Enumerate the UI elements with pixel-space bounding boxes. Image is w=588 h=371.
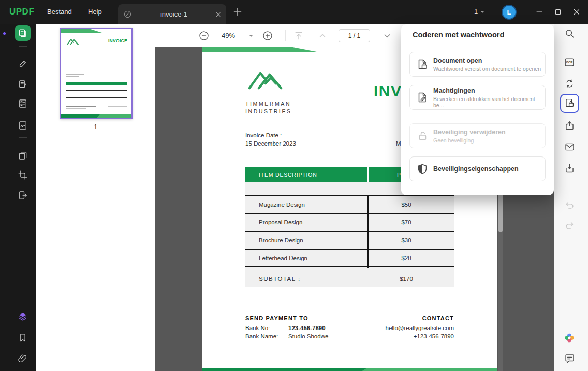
bank-no-label: Bank No:: [245, 325, 270, 331]
contact-email: hello@reallygreatsite.com: [386, 325, 454, 331]
ai-assistant-icon[interactable]: [561, 330, 578, 346]
sidebar-item-signature[interactable]: [14, 117, 31, 134]
tab-close-icon[interactable]: [216, 12, 221, 17]
mini-text-line: [108, 106, 127, 107]
popup-item-permissions[interactable]: Machtigingen Bewerken en afdrukken van h…: [409, 85, 546, 110]
popup-item-title: Machtigingen: [433, 87, 545, 94]
sidebar-item-extract[interactable]: [14, 187, 31, 204]
menu-help[interactable]: Help: [88, 8, 102, 16]
sidebar-item-thumbnails[interactable]: [15, 25, 31, 41]
divider: [19, 46, 27, 47]
save-icon[interactable]: [561, 160, 578, 176]
popup-item-title: Beveiligingseigenschappen: [433, 165, 519, 173]
table-row: Brochure Design $30: [245, 231, 454, 249]
scroll-to-top-button[interactable]: [293, 24, 304, 47]
undo-icon: [561, 196, 578, 213]
popup-item-subtitle: Bewerken en afdrukken van het document b…: [433, 96, 545, 108]
share-icon[interactable]: [561, 117, 578, 134]
col-item-description: ITEM DESCRIPTION: [245, 172, 317, 178]
right-sidebar: OCR: [554, 24, 588, 371]
tab-edit-icon: [123, 10, 132, 19]
mini-footer-banner: [61, 114, 131, 118]
invoice-date-value: 15 December 2023: [245, 140, 296, 147]
item-cell: Proposal Design: [245, 219, 302, 225]
item-cell: Letterhead Design: [245, 255, 307, 261]
search-icon[interactable]: [561, 25, 578, 41]
sidebar-item-annotate[interactable]: [14, 55, 31, 72]
mini-top-banner: [61, 29, 102, 33]
new-tab-icon[interactable]: [233, 8, 242, 16]
bank-name-value: Studio Shodwe: [288, 333, 328, 339]
table-row: Magazine Design $50: [245, 195, 454, 213]
page-thumbnail[interactable]: INVOICE: [60, 28, 133, 119]
menu-bestand[interactable]: Bestand: [47, 8, 72, 16]
ocr-icon[interactable]: OCR: [561, 54, 578, 70]
table-column-divider: [368, 195, 369, 268]
titlebar: UPDF Bestand Help invoice-1 1 L: [0, 0, 588, 24]
mini-table: [66, 82, 127, 101]
page-indicator-input[interactable]: 1 / 1: [339, 29, 370, 42]
zoom-in-button[interactable]: [262, 24, 273, 47]
thumbnails-panel: INVOICE 1: [36, 24, 155, 371]
sidebar-item-crop[interactable]: [14, 167, 31, 183]
left-sidebar: [0, 24, 36, 371]
comment-icon[interactable]: [561, 350, 578, 367]
minimize-button[interactable]: [532, 4, 547, 20]
mini-text-line: [66, 106, 96, 107]
zoom-out-button[interactable]: [199, 24, 209, 47]
price-cell: $30: [368, 237, 445, 244]
mini-text-line: [66, 74, 84, 75]
document-lock-icon: [417, 59, 428, 70]
notification-dot: [3, 32, 6, 35]
page-top-banner: [202, 47, 319, 52]
payment-heading: SEND PAYMENT TO: [245, 315, 308, 321]
sidebar-item-bookmark[interactable]: [14, 330, 31, 346]
tab-title: invoice-1: [132, 10, 216, 18]
convert-icon[interactable]: [561, 75, 578, 92]
page-bottom-banner: [202, 368, 497, 371]
thumbnail-page-number: 1: [36, 123, 155, 131]
table-row: Letterhead Design $20: [245, 249, 454, 267]
shield-icon: [417, 163, 428, 175]
tab-count-value: 1: [474, 8, 478, 16]
zoom-level[interactable]: 49%: [222, 24, 235, 47]
chevron-down-icon: [249, 35, 253, 37]
close-button[interactable]: [569, 4, 584, 20]
sidebar-item-edit[interactable]: [14, 76, 31, 93]
maximize-button[interactable]: [550, 4, 566, 20]
popup-item-title: Document open: [433, 57, 541, 64]
subtotal-label: SUBTOTAL :: [245, 276, 301, 282]
unlock-icon: [417, 130, 428, 141]
divider: [285, 30, 286, 41]
sidebar-item-layers[interactable]: [14, 308, 31, 325]
invoice-table: Magazine Design $50 Proposal Design $70 …: [245, 182, 454, 287]
table-row: Proposal Design $70: [245, 213, 454, 232]
mini-table-divider: [102, 87, 102, 102]
sidebar-item-attachment[interactable]: [14, 350, 31, 367]
mailed-to-partial: M: [396, 140, 401, 147]
protect-encrypt-icon[interactable]: [560, 94, 579, 113]
zoom-dropdown[interactable]: [249, 24, 253, 47]
sidebar-item-organize-pages[interactable]: [14, 147, 31, 164]
next-page-button[interactable]: [382, 24, 392, 47]
encrypt-popup: Coderen met wachtwoord Document open Wac…: [401, 24, 554, 195]
item-cell: Magazine Design: [245, 202, 305, 208]
avatar-initial: L: [507, 8, 511, 16]
popup-item-security-properties[interactable]: Beveiligingseigenschappen: [409, 156, 546, 181]
document-tab[interactable]: invoice-1: [118, 4, 226, 24]
mini-text-line: [66, 76, 79, 77]
contact-phone: +123-456-7890: [414, 333, 454, 339]
popup-item-subtitle: Wachtwoord vereist om document te openen: [433, 66, 541, 72]
avatar[interactable]: L: [502, 5, 517, 20]
popup-item-document-open[interactable]: Document open Wachtwoord vereist om docu…: [409, 52, 546, 77]
previous-page-button[interactable]: [317, 24, 328, 47]
tab-count-dropdown[interactable]: 1: [474, 8, 484, 16]
company-name-line1: TIMMERMAN: [245, 101, 291, 107]
divider: [19, 137, 27, 138]
contact-heading: CONTACT: [422, 315, 454, 321]
redo-icon: [561, 217, 578, 233]
sidebar-item-forms[interactable]: [14, 95, 31, 112]
company-name-line2: INDUSTRIES: [245, 108, 292, 115]
email-icon[interactable]: [561, 138, 578, 155]
bank-name-label: Bank Name:: [245, 333, 278, 339]
